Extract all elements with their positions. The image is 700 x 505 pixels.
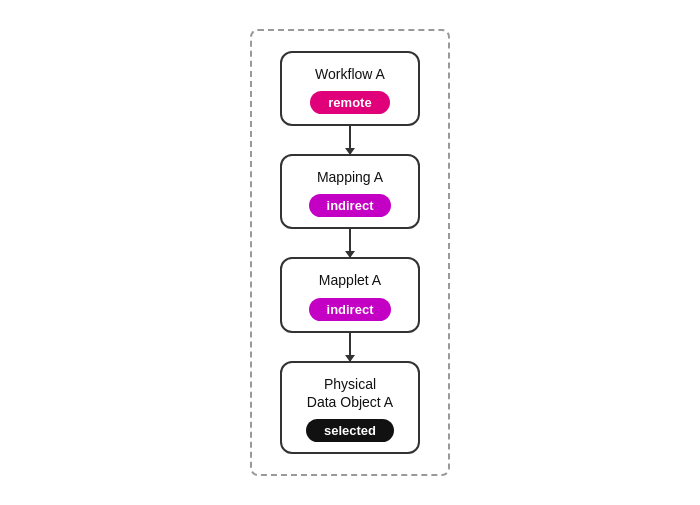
workflow-node[interactable]: Workflow A remote (280, 51, 420, 126)
mapping-node[interactable]: Mapping A indirect (280, 154, 420, 229)
physical-data-object-node[interactable]: PhysicalData Object A selected (280, 361, 420, 454)
workflow-badge: remote (310, 91, 389, 114)
workflow-title: Workflow A (315, 65, 385, 83)
physical-data-object-title: PhysicalData Object A (307, 375, 393, 411)
diagram-container: Workflow A remote Mapping A indirect Map… (250, 29, 450, 476)
mapping-badge: indirect (309, 194, 392, 217)
arrow-1 (349, 126, 351, 154)
physical-data-object-badge: selected (306, 419, 394, 442)
mapplet-badge: indirect (309, 298, 392, 321)
arrow-2 (349, 229, 351, 257)
arrow-3 (349, 333, 351, 361)
mapping-title: Mapping A (317, 168, 383, 186)
mapplet-title: Mapplet A (319, 271, 381, 289)
mapplet-node[interactable]: Mapplet A indirect (280, 257, 420, 332)
